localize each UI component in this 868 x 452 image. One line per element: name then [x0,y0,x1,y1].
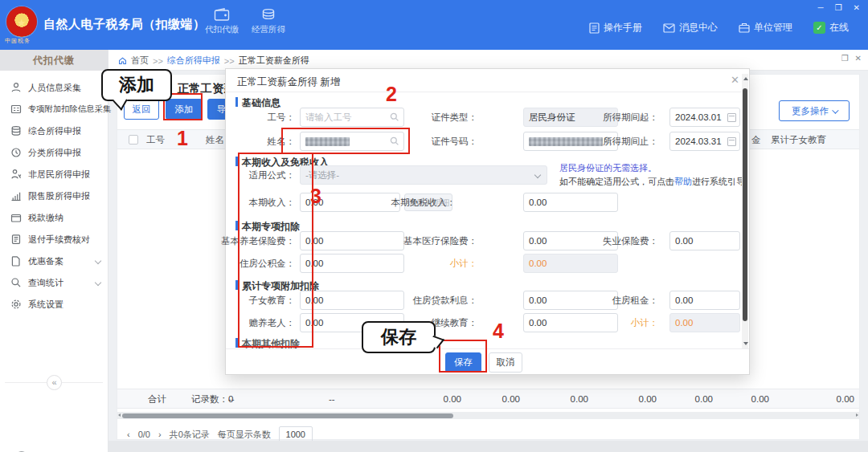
dialog-scrollbar[interactable] [742,74,748,348]
select-all-checkbox[interactable] [129,135,138,145]
continuing-edu-input[interactable]: 0.00 [523,313,618,332]
sidebar-item-label: 人员信息采集 [28,82,81,94]
emp-no-input[interactable]: 请输入工号 [300,108,404,127]
tab-close-icon[interactable]: ✕ [855,54,862,63]
link-unit-management[interactable]: 单位管理 [739,21,792,35]
taxfree-label: 本期免税收入： [391,193,457,212]
back-button[interactable]: 返回 [124,99,159,120]
person-icon [10,82,22,93]
page-next-icon[interactable]: › [158,430,162,439]
unemployment-label: 失业保险费： [603,231,658,250]
cancel-button[interactable]: 取消 [489,352,522,373]
rent-input[interactable]: 0.00 [669,291,740,310]
period-start-label: 所得期间起： [603,108,658,127]
hint-text: 进行系统引导 [692,177,745,186]
help-link[interactable]: 帮助 [674,177,692,186]
period-start-input[interactable]: 2024.03.01 [669,108,740,127]
national-emblem-logo: ★ [6,6,37,37]
column-children-education[interactable]: 累计子女教育 [771,134,826,146]
id-type-label: 证件类型： [432,108,478,127]
breadcrumb: 首页 >> 综合所得申报 >> 正常工资薪金所得 [118,55,309,67]
dialog-close-icon[interactable]: ✕ [731,74,739,86]
page-size-input[interactable]: 1000 [279,426,313,442]
pagination: ‹ 0/0 › 共0条记录 每页显示条数 1000 [127,426,313,442]
breadcrumb-home[interactable]: 首页 [131,55,149,67]
window-maximize-icon[interactable]: ❐ [835,3,842,12]
calendar-icon[interactable] [727,137,736,146]
subtotal2-label: 小计： [631,313,659,332]
scroll-up-icon[interactable] [743,77,748,80]
chevron-down-icon [95,279,101,286]
taxfree-input[interactable]: 0.00 [523,193,618,212]
sidebar-item-tax-payment[interactable]: 税款缴纳 [0,209,108,226]
scroll-left-icon[interactable] [118,413,121,417]
chevron-down-icon [832,107,838,113]
tab-restore-icon[interactable]: ❐ [841,54,849,63]
summary-amount: 0.00 [751,389,769,409]
subtotal-value: 0.00 [523,254,618,273]
dialog-divider [226,92,749,92]
pension-input[interactable]: 0.00 [300,231,404,250]
scrollbar-thumb[interactable] [122,413,453,418]
link-operation-manual[interactable]: 操作手册 [589,21,642,35]
masked-id-value [529,137,603,146]
scroll-right-icon[interactable] [856,413,858,417]
page-prev-icon[interactable]: ‹ [127,430,130,439]
page-indicator: 0/0 [138,430,150,439]
scroll-down-icon[interactable] [743,342,748,345]
summary-amount: 0.00 [444,389,461,409]
annotation-step-4: 4 [493,320,504,343]
file-icon [10,255,22,267]
period-end-value: 2024.03.31 [675,136,722,146]
callout-add-label: 添加 [119,75,154,95]
callout-add: 添加 [101,69,172,101]
breadcrumb-link-comprehensive-income[interactable]: 综合所得申报 [167,55,220,67]
record-total: 共0条记录 [170,429,210,441]
logo-caption: 中国税务 [5,37,31,45]
calendar-icon[interactable] [727,113,736,122]
search-stats-icon [10,277,22,288]
formula-select[interactable]: -请选择- [300,165,547,185]
folder-icon [10,212,22,223]
emp-no-placeholder: 请输入工号 [305,112,352,122]
sidebar-item-comprehensive-income[interactable]: 综合所得申报 [0,122,108,140]
horizontal-scrollbar[interactable] [117,412,859,419]
summary-amount: 0.00 [837,389,854,409]
formula-hint-line1: 居民身份证的无需选择。 [559,162,657,174]
window-minimize-icon[interactable]: ─ [818,3,824,12]
search-icon[interactable] [390,112,399,122]
tab-withholding[interactable]: 代扣代缴 [199,7,244,35]
window-close-icon[interactable]: ✕ [854,3,860,12]
sidebar-item-preferential-filing[interactable]: 优惠备案 [0,252,108,270]
sidebar-item-refund-fee-check[interactable]: 退付手续费核对 [0,230,108,248]
unemployment-input[interactable]: 0.00 [669,231,740,250]
column-right-partial[interactable]: 金 [751,134,761,146]
sidebar-item-label: 退付手续费核对 [28,234,90,246]
children-edu-input[interactable]: 0.00 [300,291,404,310]
sidebar-item-special-deduction-info[interactable]: 专项附加扣除信息采集 [0,100,108,118]
online-status[interactable]: ✓ 在线 [813,21,849,35]
sidebar-item-classified-income[interactable]: 分类所得申报 [0,144,108,161]
sidebar-item-restricted-stock[interactable]: 限售股所得申报 [0,187,108,205]
column-emp-no[interactable]: 工号 [146,134,165,146]
sidebar-item-query-statistics[interactable]: 查询统计 [0,274,108,291]
column-name[interactable]: 姓名 [206,134,224,146]
breadcrumb-separator: >> [153,56,163,66]
scrollbar-thumb[interactable] [743,88,747,321]
more-actions-label: 更多操作 [792,106,829,116]
sidebar-collapse-button[interactable]: « [47,375,62,390]
online-status-label: 在线 [829,21,849,35]
more-actions-button[interactable]: 更多操作 [779,100,850,121]
link-message-center[interactable]: 消息中心 [663,21,718,35]
tab-business-income[interactable]: 经营所得 [246,7,291,35]
sidebar-item-system-settings[interactable]: 系统设置 [0,295,108,313]
sidebar-item-personnel-info[interactable]: 人员信息采集 [0,79,108,96]
database-icon [10,125,22,136]
period-end-input[interactable]: 2024.03.31 [669,132,740,151]
tab-withholding-label: 代扣代缴 [199,24,244,35]
summary-label: 合计 [148,389,166,409]
headset-person-icon [10,449,34,452]
loan-interest-input[interactable]: 0.00 [523,291,618,310]
housing-fund-input[interactable]: 0.00 [300,254,404,273]
sidebar-item-nonresident-income[interactable]: 非居民所得申报 [0,165,108,183]
